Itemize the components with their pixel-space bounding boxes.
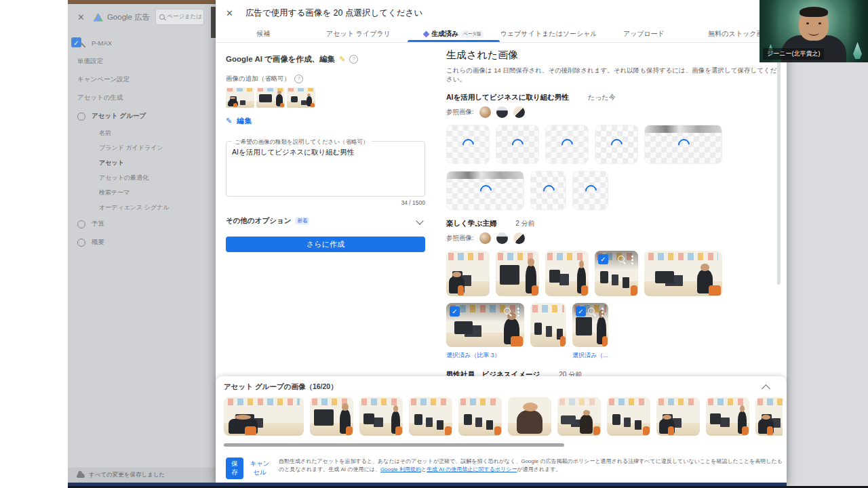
generated-image[interactable] <box>706 397 749 436</box>
sidebar-item-label: キャンペーン設定 <box>77 75 130 84</box>
generating-image-placeholder[interactable] <box>595 125 638 164</box>
generating-image-placeholder[interactable] <box>644 125 722 164</box>
photo-shape <box>395 426 402 435</box>
sidebar-item[interactable]: P-MAX <box>68 34 216 52</box>
reference-image[interactable] <box>226 87 254 108</box>
help-icon[interactable]: ? <box>349 55 358 64</box>
selected-ratio-label[interactable]: 選択済み（... <box>572 351 608 360</box>
ai-image-form: Google AI で画像を作成、編集 ✎ ? 画像の追加（省略可） ? ✎ 編… <box>226 54 425 252</box>
sidebar-item[interactable]: ✓アセットの生成 <box>68 89 216 107</box>
dialog-tab[interactable]: アセット ライブラリ <box>311 26 406 42</box>
photo-shape <box>494 426 501 435</box>
generated-image[interactable] <box>644 251 722 296</box>
reference-avatar <box>479 106 491 118</box>
reference-image[interactable] <box>256 87 285 108</box>
sidebar-item-label: 予算 <box>92 220 104 228</box>
generating-image-placeholder[interactable] <box>572 171 608 210</box>
sidebar-item[interactable]: ✓単価設定 <box>68 52 216 70</box>
sidebar-item[interactable]: 検索テーマ <box>68 185 216 200</box>
zoom-image-icon[interactable] <box>618 256 625 262</box>
screen: ✕ Google 広告 ページまたは P-MAX✓単価設定✓キャンペーン設定✓ア… <box>0 0 868 488</box>
photo-shape <box>708 399 747 405</box>
sidebar-item[interactable]: オーディエンス シグナル <box>68 200 216 215</box>
photo-shape <box>314 409 333 426</box>
generated-image[interactable] <box>409 397 452 436</box>
help-icon[interactable]: ? <box>294 75 303 83</box>
more-options-icon[interactable] <box>517 308 519 310</box>
generated-image[interactable] <box>496 251 539 296</box>
sidebar-item-label: 単価設定 <box>77 57 103 66</box>
edit-label: 編集 <box>237 116 252 126</box>
reference-label: 参照画像: <box>446 234 474 243</box>
generated-image[interactable] <box>530 303 566 347</box>
save-button[interactable]: 保存 <box>226 458 243 479</box>
generate-more-button[interactable]: さらに作成 <box>226 237 425 252</box>
sidebar-item[interactable]: 概要 <box>68 233 216 251</box>
reference-image-thumbs <box>226 87 425 108</box>
generating-image-placeholder[interactable] <box>530 171 566 210</box>
selected-checkbox-icon[interactable]: ✓ <box>598 254 608 264</box>
photo-shape <box>458 285 465 296</box>
nav-close-icon[interactable]: ✕ <box>77 12 85 22</box>
generating-image-placeholder[interactable] <box>446 171 524 210</box>
generated-image[interactable]: ✓ <box>572 303 608 347</box>
sidebar-item[interactable]: アセットの最適化 <box>68 170 216 185</box>
generated-image[interactable] <box>458 397 502 436</box>
chevron-up-icon[interactable] <box>762 384 770 393</box>
dialog-tab[interactable]: 生成済みベータ版 <box>406 26 501 42</box>
sidebar-item[interactable]: アセット グループ <box>68 107 216 125</box>
sidebar-item-label: P-MAX <box>92 39 112 47</box>
sidebar-item[interactable]: アセット <box>68 155 216 170</box>
dialog-tab[interactable]: アップロード <box>596 26 691 42</box>
zoom-image-icon[interactable] <box>504 308 511 314</box>
generating-image-placeholder[interactable] <box>545 125 589 164</box>
sidebar-item[interactable]: ✓キャンペーン設定 <box>68 70 216 89</box>
app-top-bar: ✕ Google 広告 ページまたは <box>68 4 216 30</box>
selected-ratio-label[interactable]: 選択済み（比率 3） <box>446 351 524 360</box>
close-icon[interactable]: ✕ <box>226 8 233 18</box>
photo-shape <box>742 426 749 435</box>
genai-policy-link[interactable]: 生成 AI の使用禁止に関するポリシー <box>427 466 517 472</box>
generated-image[interactable] <box>310 397 353 436</box>
search-placeholder: ページまたは <box>167 13 202 21</box>
sidebar-item[interactable]: ブランド ガイドライン <box>68 140 216 155</box>
generated-image[interactable]: ✓ <box>446 303 524 347</box>
generated-image[interactable] <box>755 397 783 436</box>
generated-row: ✓ <box>446 251 781 296</box>
more-options-icon[interactable] <box>631 256 633 258</box>
photo-shape <box>709 285 720 296</box>
photo-shape <box>643 426 650 435</box>
generating-image-placeholder[interactable] <box>496 125 539 164</box>
prompt-input[interactable]: ご希望の画像の種類を説明してください（省略可） AIを活用してビジネスに取り組む… <box>226 141 425 197</box>
horizontal-scrollbar[interactable] <box>224 443 564 447</box>
loading-spinner-icon <box>559 137 576 153</box>
reference-images-row: 参照画像: <box>446 232 781 244</box>
generated-image[interactable] <box>446 251 490 296</box>
more-options-icon[interactable] <box>601 308 604 310</box>
selected-checkbox-icon[interactable]: ✓ <box>450 306 460 317</box>
sidebar-item[interactable]: 予算 <box>68 215 216 233</box>
terms-link[interactable]: Google 利用規約 <box>380 466 421 472</box>
generated-image[interactable] <box>508 397 551 436</box>
cancel-button[interactable]: キャンセル <box>250 458 270 479</box>
dialog-tab[interactable]: ウェブサイトまたはソーシャル <box>501 26 596 42</box>
sidebar-item[interactable]: 名前 <box>68 125 216 140</box>
generating-image-placeholder[interactable] <box>446 125 490 164</box>
more-options-row[interactable]: その他のオプション 新着 <box>226 216 425 226</box>
dialog-tab[interactable]: 候補 <box>216 26 311 42</box>
generated-image[interactable]: ✓ <box>595 251 638 296</box>
zoom-image-icon[interactable] <box>588 308 595 314</box>
generated-image[interactable] <box>224 397 304 436</box>
selected-checkbox-icon[interactable]: ✓ <box>576 306 586 317</box>
generated-image[interactable] <box>656 397 700 436</box>
edit-images-button[interactable]: ✎ 編集 <box>226 116 425 126</box>
presenter-eyes <box>806 22 809 24</box>
generated-image[interactable] <box>607 397 650 436</box>
reference-image[interactable] <box>287 87 315 108</box>
vertical-scrollbar[interactable] <box>777 51 781 285</box>
generated-image[interactable] <box>557 397 601 436</box>
search-input[interactable]: ページまたは <box>155 9 204 25</box>
generated-image[interactable] <box>359 397 403 436</box>
group-header-clipped: 男性社員、ビジネスイメージ 20 分前 <box>446 370 781 376</box>
generated-image[interactable] <box>545 251 589 296</box>
